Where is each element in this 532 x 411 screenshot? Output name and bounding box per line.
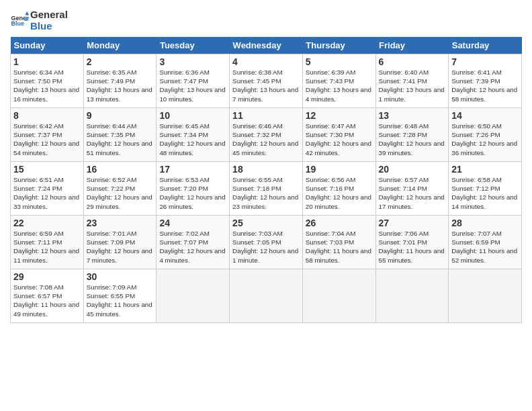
day-info: Sunrise: 6:57 AMSunset: 7:14 PMDaylight:… <box>379 175 446 211</box>
day-cell-18: 18 Sunrise: 6:55 AMSunset: 7:18 PMDaylig… <box>230 162 303 216</box>
day-info: Sunrise: 6:51 AMSunset: 7:24 PMDaylight:… <box>13 175 81 211</box>
logo-general: General <box>30 9 68 21</box>
calendar-week-3: 15 Sunrise: 6:51 AMSunset: 7:24 PMDaylig… <box>11 162 522 216</box>
calendar-week-4: 22 Sunrise: 6:59 AMSunset: 7:11 PMDaylig… <box>11 216 522 269</box>
day-number: 1 <box>13 56 81 67</box>
calendar-week-1: 1 Sunrise: 6:34 AMSunset: 7:50 PMDayligh… <box>11 54 522 108</box>
day-number: 5 <box>306 56 373 67</box>
day-info: Sunrise: 6:34 AMSunset: 7:50 PMDaylight:… <box>13 68 81 103</box>
day-number: 4 <box>232 56 300 67</box>
day-cell-27: 27 Sunrise: 7:06 AMSunset: 7:01 PMDaylig… <box>375 216 449 269</box>
day-info: Sunrise: 6:52 AMSunset: 7:22 PMDaylight:… <box>87 175 154 211</box>
day-number: 26 <box>306 218 373 228</box>
day-number: 9 <box>87 110 154 121</box>
day-number: 24 <box>159 218 226 228</box>
day-info: Sunrise: 6:44 AMSunset: 7:35 PMDaylight:… <box>87 122 154 157</box>
day-cell-9: 9 Sunrise: 6:44 AMSunset: 7:35 PMDayligh… <box>83 108 157 162</box>
day-info: Sunrise: 6:50 AMSunset: 7:26 PMDaylight:… <box>451 122 519 157</box>
day-info: Sunrise: 7:06 AMSunset: 7:01 PMDaylight:… <box>379 229 446 265</box>
day-info: Sunrise: 6:56 AMSunset: 7:16 PMDaylight:… <box>306 175 373 211</box>
day-header-tuesday: Tuesday <box>157 37 230 54</box>
day-number: 25 <box>232 218 300 228</box>
day-cell-2: 2 Sunrise: 6:35 AMSunset: 7:49 PMDayligh… <box>83 54 157 108</box>
day-cell-19: 19 Sunrise: 6:56 AMSunset: 7:16 PMDaylig… <box>302 162 375 216</box>
logo: General Blue General Blue <box>10 9 68 32</box>
svg-text:Blue: Blue <box>11 20 24 27</box>
day-info: Sunrise: 6:46 AMSunset: 7:32 PMDaylight:… <box>232 122 300 157</box>
logo-icon: General Blue <box>10 11 29 30</box>
day-info: Sunrise: 6:35 AMSunset: 7:49 PMDaylight:… <box>87 68 154 103</box>
day-number: 7 <box>451 56 519 67</box>
day-info: Sunrise: 7:03 AMSunset: 7:05 PMDaylight:… <box>232 229 300 265</box>
day-cell-5: 5 Sunrise: 6:39 AMSunset: 7:43 PMDayligh… <box>302 54 375 108</box>
day-number: 22 <box>13 218 81 228</box>
empty-cell <box>302 269 375 323</box>
day-cell-13: 13 Sunrise: 6:48 AMSunset: 7:28 PMDaylig… <box>375 108 449 162</box>
day-info: Sunrise: 6:38 AMSunset: 7:45 PMDaylight:… <box>232 68 300 103</box>
day-cell-4: 4 Sunrise: 6:38 AMSunset: 7:45 PMDayligh… <box>230 54 303 108</box>
day-number: 14 <box>451 110 519 121</box>
day-number: 3 <box>159 56 226 67</box>
day-number: 18 <box>232 164 300 175</box>
day-cell-15: 15 Sunrise: 6:51 AMSunset: 7:24 PMDaylig… <box>11 162 84 216</box>
day-number: 10 <box>159 110 226 121</box>
day-number: 11 <box>232 110 300 121</box>
svg-marker-2 <box>25 11 29 15</box>
day-number: 23 <box>87 218 154 228</box>
day-info: Sunrise: 7:02 AMSunset: 7:07 PMDaylight:… <box>159 229 226 265</box>
day-number: 2 <box>87 56 154 67</box>
day-info: Sunrise: 6:39 AMSunset: 7:43 PMDaylight:… <box>306 68 373 103</box>
day-cell-30: 30 Sunrise: 7:09 AMSunset: 6:55 PMDaylig… <box>83 269 157 323</box>
day-header-wednesday: Wednesday <box>230 37 303 54</box>
day-info: Sunrise: 6:55 AMSunset: 7:18 PMDaylight:… <box>232 175 300 211</box>
empty-cell <box>375 269 449 323</box>
day-number: 30 <box>87 271 154 282</box>
day-cell-21: 21 Sunrise: 6:58 AMSunset: 7:12 PMDaylig… <box>449 162 522 216</box>
day-cell-3: 3 Sunrise: 6:36 AMSunset: 7:47 PMDayligh… <box>157 54 230 108</box>
day-header-monday: Monday <box>83 37 157 54</box>
day-number: 28 <box>451 218 519 228</box>
day-info: Sunrise: 6:58 AMSunset: 7:12 PMDaylight:… <box>451 175 519 211</box>
day-cell-14: 14 Sunrise: 6:50 AMSunset: 7:26 PMDaylig… <box>449 108 522 162</box>
empty-cell <box>230 269 303 323</box>
day-number: 20 <box>379 164 446 175</box>
day-cell-24: 24 Sunrise: 7:02 AMSunset: 7:07 PMDaylig… <box>157 216 230 269</box>
header: General Blue General Blue <box>10 7 522 32</box>
page-container: General Blue General Blue SundayMondayTu… <box>0 0 532 330</box>
day-cell-22: 22 Sunrise: 6:59 AMSunset: 7:11 PMDaylig… <box>11 216 84 269</box>
day-number: 19 <box>306 164 373 175</box>
day-info: Sunrise: 7:09 AMSunset: 6:55 PMDaylight:… <box>87 283 154 318</box>
day-cell-16: 16 Sunrise: 6:52 AMSunset: 7:22 PMDaylig… <box>83 162 157 216</box>
day-header-friday: Friday <box>375 37 449 54</box>
day-number: 12 <box>306 110 373 121</box>
day-number: 27 <box>379 218 446 228</box>
day-info: Sunrise: 6:48 AMSunset: 7:28 PMDaylight:… <box>379 122 446 157</box>
day-number: 21 <box>451 164 519 175</box>
day-header-sunday: Sunday <box>11 37 84 54</box>
day-info: Sunrise: 6:45 AMSunset: 7:34 PMDaylight:… <box>159 122 226 157</box>
logo-blue: Blue <box>30 21 68 32</box>
day-number: 29 <box>13 271 81 282</box>
empty-cell <box>449 269 522 323</box>
day-number: 13 <box>379 110 446 121</box>
day-cell-10: 10 Sunrise: 6:45 AMSunset: 7:34 PMDaylig… <box>157 108 230 162</box>
day-cell-6: 6 Sunrise: 6:40 AMSunset: 7:41 PMDayligh… <box>375 54 449 108</box>
empty-cell <box>157 269 230 323</box>
day-number: 17 <box>159 164 226 175</box>
day-cell-12: 12 Sunrise: 6:47 AMSunset: 7:30 PMDaylig… <box>302 108 375 162</box>
calendar-table: SundayMondayTuesdayWednesdayThursdayFrid… <box>10 37 522 323</box>
day-info: Sunrise: 6:36 AMSunset: 7:47 PMDaylight:… <box>159 68 226 103</box>
calendar-week-2: 8 Sunrise: 6:42 AMSunset: 7:37 PMDayligh… <box>11 108 522 162</box>
day-info: Sunrise: 7:04 AMSunset: 7:03 PMDaylight:… <box>306 229 373 265</box>
day-info: Sunrise: 6:53 AMSunset: 7:20 PMDaylight:… <box>159 175 226 211</box>
day-info: Sunrise: 6:59 AMSunset: 7:11 PMDaylight:… <box>13 229 81 265</box>
day-number: 8 <box>13 110 81 121</box>
day-info: Sunrise: 7:07 AMSunset: 6:59 PMDaylight:… <box>451 229 519 265</box>
day-info: Sunrise: 6:47 AMSunset: 7:30 PMDaylight:… <box>306 122 373 157</box>
day-number: 6 <box>379 56 446 67</box>
day-cell-25: 25 Sunrise: 7:03 AMSunset: 7:05 PMDaylig… <box>230 216 303 269</box>
day-header-thursday: Thursday <box>302 37 375 54</box>
day-cell-11: 11 Sunrise: 6:46 AMSunset: 7:32 PMDaylig… <box>230 108 303 162</box>
day-cell-1: 1 Sunrise: 6:34 AMSunset: 7:50 PMDayligh… <box>11 54 84 108</box>
day-cell-26: 26 Sunrise: 7:04 AMSunset: 7:03 PMDaylig… <box>302 216 375 269</box>
